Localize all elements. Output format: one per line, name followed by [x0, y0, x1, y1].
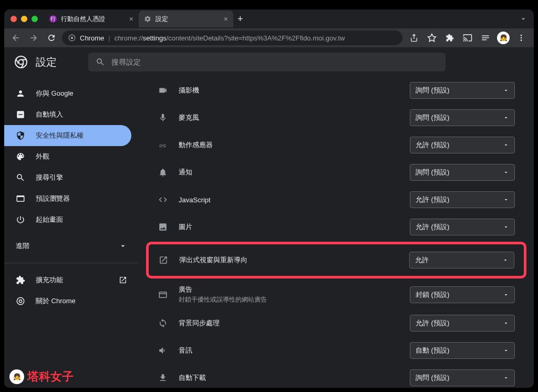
- tab-settings[interactable]: 設定 ×: [139, 11, 233, 27]
- shield-icon: [16, 131, 25, 140]
- new-tab-button[interactable]: +: [233, 14, 247, 25]
- motion-icon: ((•)): [158, 140, 168, 150]
- sidebar-item-default-browser[interactable]: 預設瀏覽器: [4, 188, 131, 209]
- svg-text:((•)): ((•)): [159, 143, 166, 148]
- close-window-button[interactable]: [11, 16, 17, 22]
- search-input[interactable]: [111, 58, 438, 66]
- chevron-down-icon: [503, 197, 509, 203]
- watermark-icon: 👧: [9, 369, 24, 384]
- url-text: chrome://settings/content/siteDetails?si…: [115, 34, 345, 42]
- permission-select[interactable]: 允許 (預設): [410, 191, 515, 208]
- permission-select[interactable]: 允許 (預設): [410, 219, 515, 235]
- permission-select[interactable]: 允許 (預設): [410, 137, 515, 153]
- back-button[interactable]: [8, 30, 23, 45]
- search-settings[interactable]: [88, 53, 446, 71]
- settings-page: 設定 你與 Google 自動填入: [4, 47, 534, 388]
- close-icon[interactable]: ×: [129, 15, 133, 23]
- permission-row: 圖片允許 (預設): [149, 213, 523, 241]
- reading-list-icon[interactable]: [479, 32, 492, 44]
- address-bar[interactable]: Chrome | chrome://settings/content/siteD…: [62, 30, 402, 45]
- tab-fido[interactable]: 行 行動自然人憑證 ×: [44, 11, 139, 27]
- palette-icon: [16, 152, 25, 161]
- extensions-icon[interactable]: [443, 32, 456, 44]
- popup-icon: [158, 255, 169, 265]
- autofill-icon: [16, 110, 25, 119]
- chevron-down-icon[interactable]: [519, 15, 527, 23]
- permission-select[interactable]: 詢問 (預設): [410, 82, 515, 99]
- sidebar-label: 擴充功能: [36, 275, 63, 285]
- sync-icon: [158, 318, 168, 328]
- settings-header: 設定: [4, 47, 534, 77]
- tab-title: 設定: [156, 15, 220, 24]
- svg-point-7: [17, 297, 24, 305]
- window-controls: [11, 16, 38, 22]
- image-icon: [158, 222, 168, 232]
- sidebar-item-search-engine[interactable]: 搜尋引擎: [4, 167, 131, 188]
- sidebar-item-autofill[interactable]: 自動填入: [4, 104, 131, 125]
- sidebar-item-on-startup[interactable]: 起始畫面: [4, 209, 131, 230]
- permission-row: 背景同步處理允許 (預設): [149, 310, 523, 337]
- permission-label: 背景同步處理: [179, 318, 399, 328]
- sidebar-item-extensions[interactable]: 擴充功能: [4, 270, 139, 291]
- watermark-text: 塔科女子: [27, 369, 74, 385]
- sidebar-label: 安全性與隱私權: [36, 131, 84, 140]
- browser-icon: [16, 194, 25, 203]
- svg-point-4: [521, 39, 522, 41]
- share-icon[interactable]: [408, 32, 420, 44]
- cast-icon[interactable]: [461, 32, 474, 44]
- browser-window: 行 行動自然人憑證 × 設定 × +: [4, 9, 534, 388]
- permission-label: 自動下載: [179, 373, 399, 383]
- settings-logo: 設定: [15, 55, 57, 69]
- select-value: 允許 (預設): [416, 140, 449, 150]
- select-value: 允許 (預設): [416, 222, 449, 232]
- sidebar-item-privacy-security[interactable]: 安全性與隱私權: [4, 125, 131, 146]
- chevron-down-icon: [503, 292, 509, 298]
- permission-row: 音訊自動 (預設): [149, 337, 523, 364]
- select-value: 詢問 (預設): [416, 86, 449, 95]
- chrome-logo-icon: [15, 56, 27, 68]
- permission-label: 通知: [179, 168, 399, 177]
- tab-favicon-icon: 行: [49, 15, 57, 23]
- reload-button[interactable]: [44, 30, 59, 45]
- chevron-down-icon: [502, 257, 509, 263]
- permission-select[interactable]: 詢問 (預設): [410, 109, 515, 126]
- chevron-down-icon: [503, 347, 509, 354]
- svg-point-8: [19, 300, 22, 302]
- sidebar-label: 搜尋引擎: [36, 173, 63, 182]
- sidebar-item-about-chrome[interactable]: 關於 Chrome: [4, 291, 139, 312]
- sidebar-label: 外觀: [36, 152, 49, 161]
- highlight-annotation: 彈出式視窗與重新導向允許: [146, 242, 526, 278]
- download-icon: [158, 373, 168, 383]
- maximize-window-button[interactable]: [32, 16, 38, 22]
- permission-label: 圖片: [179, 222, 399, 232]
- permission-select[interactable]: 詢問 (預設): [410, 164, 515, 181]
- permissions-panel: 攝影機詢問 (預設)麥克風詢問 (預設)((•))動作感應器允許 (預設)通知詢…: [139, 77, 534, 388]
- star-icon[interactable]: [426, 32, 438, 44]
- mic-icon: [158, 113, 168, 122]
- sidebar-label: 進階: [16, 241, 29, 251]
- permission-row: ((•))動作感應器允許 (預設): [149, 131, 523, 159]
- forward-button[interactable]: [26, 30, 41, 45]
- permission-select[interactable]: 詢問 (預設): [410, 369, 515, 386]
- sound-icon: [158, 346, 168, 355]
- permission-row: 自動下載詢問 (預設): [149, 364, 523, 388]
- close-icon[interactable]: ×: [224, 15, 228, 23]
- svg-point-6: [19, 60, 24, 65]
- extensions-icon: [16, 275, 25, 285]
- svg-rect-10: [159, 292, 167, 297]
- chevron-down-icon: [119, 242, 127, 250]
- permission-label: 彈出式視窗與重新導向: [179, 255, 399, 265]
- menu-icon[interactable]: [515, 32, 527, 44]
- permission-select[interactable]: 封鎖 (預設): [410, 286, 515, 303]
- minimize-window-button[interactable]: [21, 16, 27, 22]
- url-scheme: Chrome: [80, 34, 104, 42]
- permission-select[interactable]: 允許 (預設): [410, 315, 515, 332]
- profile-avatar[interactable]: 👧: [497, 32, 510, 44]
- titlebar: 行 行動自然人憑證 × 設定 × +: [4, 9, 534, 28]
- permission-select[interactable]: 自動 (預設): [410, 342, 515, 359]
- sidebar-item-appearance[interactable]: 外觀: [4, 146, 131, 167]
- sidebar-advanced[interactable]: 進階: [4, 235, 139, 256]
- sidebar-item-you-and-google[interactable]: 你與 Google: [4, 83, 131, 104]
- permission-select[interactable]: 允許: [409, 252, 514, 269]
- permission-row: 廣告封鎖干擾性或誤導性的網站廣告封鎖 (預設): [149, 280, 523, 310]
